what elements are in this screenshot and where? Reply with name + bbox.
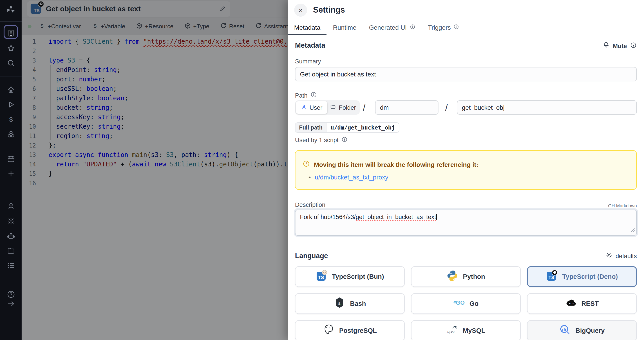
language-option-ts-bun[interactable]: TSTypeScript (Bun) <box>295 266 405 287</box>
settings-tabs: MetadataRuntimeGenerated UITriggers <box>288 20 644 35</box>
sidebar-item-resources[interactable] <box>0 129 22 139</box>
path-separator: / <box>445 100 448 115</box>
summary-input[interactable] <box>295 67 637 82</box>
list-item: u/dm/bucket_as_txt_proxy <box>315 174 629 181</box>
tab-generated-ui[interactable]: Generated UI <box>363 20 422 35</box>
sidebar-item-home[interactable] <box>0 84 22 94</box>
language-heading: Language <box>295 252 328 260</box>
info-icon <box>410 24 415 31</box>
search-icon <box>6 59 15 67</box>
sidebar-item-variables[interactable]: $ <box>0 114 22 124</box>
full-path-badge: Full path u/dm/get_bucket_obj <box>295 122 399 133</box>
markdown-hint: GH Markdown <box>608 203 637 208</box>
bell-icon <box>602 42 610 50</box>
language-defaults-button[interactable]: defaults <box>606 252 637 260</box>
folder-icon <box>6 246 15 255</box>
description-label: Description <box>295 202 325 208</box>
mute-button[interactable]: Mute <box>602 42 637 50</box>
folder-icon <box>330 104 336 111</box>
language-option-ts-deno[interactable]: TSTypeScript (Deno) <box>527 266 637 287</box>
tab-triggers[interactable]: Triggers <box>422 20 466 35</box>
svg-text:$: $ <box>9 116 12 123</box>
person-icon <box>6 202 15 210</box>
full-path-label: Full path <box>296 123 326 132</box>
move-warning-box: Moving this item will break the followin… <box>295 150 637 190</box>
used-by-text: Used by 1 script <box>295 136 348 144</box>
description-value: Fork of hub/1564/s3/get_object_in_bucket… <box>300 214 436 221</box>
sidebar-item-settings[interactable] <box>0 216 22 226</box>
info-icon[interactable] <box>630 42 637 50</box>
owner-toggle-folder[interactable]: Folder <box>328 101 359 114</box>
sidebar-item-create[interactable] <box>0 169 22 178</box>
postgresql-icon <box>323 324 334 337</box>
selected-ring <box>4 25 18 39</box>
sidebar-item-workspace[interactable] <box>0 28 22 38</box>
warning-title: Moving this item will break the followin… <box>314 161 478 168</box>
sidebar-item-help[interactable] <box>0 289 22 299</box>
windmill-logo-icon[interactable] <box>0 4 22 14</box>
sidebar-item-runs[interactable] <box>0 100 22 109</box>
resize-grip-icon[interactable] <box>630 227 635 234</box>
owner-kind-toggle: UserFolder <box>295 100 360 115</box>
owner-toggle-user[interactable]: User <box>296 101 328 114</box>
star-icon <box>6 44 15 52</box>
ts-deno-icon: TS <box>546 270 558 283</box>
go-icon: GO <box>453 297 465 310</box>
tab-metadata[interactable]: Metadata <box>288 20 327 35</box>
sidebar-item-expand[interactable] <box>0 298 22 308</box>
sidebar-item-workers[interactable] <box>0 231 22 240</box>
path-name-input[interactable] <box>457 100 637 115</box>
plus-icon <box>6 169 15 178</box>
referencing-script-link[interactable]: u/dm/bucket_as_txt_proxy <box>315 174 388 181</box>
windmill-app: TS Get object in bucket as text $+Contex… <box>0 0 644 340</box>
language-option-bigquery[interactable]: BigQuery <box>527 320 637 340</box>
sidebar-item-user[interactable] <box>0 201 22 211</box>
settings-drawer: × Settings MetadataRuntimeGenerated UITr… <box>288 0 644 340</box>
gear-icon <box>606 252 612 260</box>
person-icon <box>301 104 307 111</box>
ts-bun-icon: TS <box>316 270 328 283</box>
description-textarea[interactable]: Fork of hub/1564/s3/get_object_in_bucket… <box>295 210 637 236</box>
language-grid: TSTypeScript (Bun)PythonTSTypeScript (De… <box>295 266 637 340</box>
svg-text:HTTP: HTTP <box>569 302 574 305</box>
sidebar-item-schedules[interactable] <box>0 154 22 164</box>
cubes-icon <box>6 130 15 138</box>
drawer-backdrop[interactable] <box>22 0 288 340</box>
sidebar-item-search[interactable] <box>0 58 22 68</box>
robot-icon <box>6 232 15 240</box>
language-option-mysql[interactable]: MySQLMySQL <box>411 320 521 340</box>
svg-text:TS: TS <box>318 275 324 280</box>
bigquery-icon <box>559 324 571 337</box>
python-icon <box>447 270 458 283</box>
full-path-value: u/dm/get_bucket_obj <box>326 123 399 132</box>
svg-text:$: $ <box>338 301 340 306</box>
play-icon <box>6 100 15 108</box>
sidebar-item-folders[interactable] <box>0 246 22 256</box>
question-icon <box>6 290 15 298</box>
language-option-bash[interactable]: $Bash <box>295 293 405 314</box>
svg-text:MySQL: MySQL <box>447 331 455 334</box>
defaults-label: defaults <box>616 252 637 259</box>
mysql-icon: MySQL <box>446 324 458 337</box>
info-icon[interactable] <box>341 136 348 144</box>
gear-icon <box>6 216 15 225</box>
settings-header: × Settings <box>288 0 644 20</box>
sidebar-item-logs[interactable] <box>0 260 22 270</box>
language-option-postgresql[interactable]: PostgreSQL <box>295 320 405 340</box>
calendar-icon <box>6 154 15 163</box>
path-separator: / <box>363 100 366 115</box>
sidebar-item-favorites[interactable] <box>0 43 22 53</box>
language-option-rest[interactable]: HTTPREST <box>527 293 637 314</box>
settings-title: Settings <box>313 0 345 20</box>
svg-text:GO: GO <box>456 300 464 306</box>
summary-label: Summary <box>295 58 321 65</box>
language-option-python[interactable]: Python <box>411 266 521 287</box>
language-option-go[interactable]: GOGo <box>411 293 521 314</box>
path-owner-input[interactable] <box>375 100 438 115</box>
close-icon[interactable]: × <box>294 4 307 17</box>
info-icon <box>454 24 460 31</box>
bash-icon: $ <box>334 297 346 310</box>
sidebar: $ <box>0 0 22 340</box>
info-icon[interactable] <box>310 91 317 100</box>
tab-runtime[interactable]: Runtime <box>327 20 363 35</box>
